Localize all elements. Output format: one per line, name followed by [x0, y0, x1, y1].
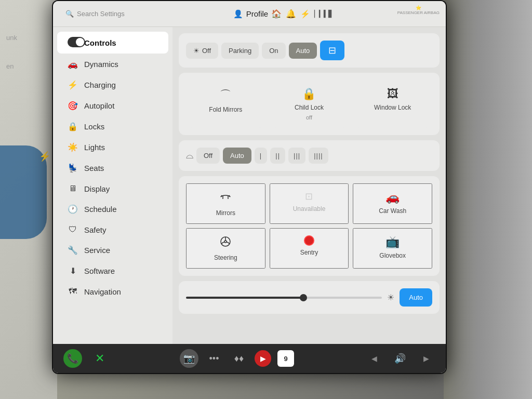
- headlights-off-button[interactable]: ☀ Off: [186, 43, 218, 59]
- glovebox-label: Glovebox: [379, 252, 406, 259]
- wipers-off-label: Off: [204, 152, 212, 159]
- window-lock-button[interactable]: 🖼 Window Lock: [353, 80, 432, 128]
- sidebar-item-safety[interactable]: 🛡 Safety: [57, 220, 168, 240]
- car-wash-button[interactable]: 🚗 Car Wash: [353, 183, 432, 224]
- mirrors-locks-grid: ⌒ Fold Mirrors 🔒 Child Lock off 🖼 Window…: [186, 80, 432, 128]
- child-lock-button[interactable]: 🔒 Child Lock off: [270, 80, 349, 128]
- brightness-row: ☀ Auto: [186, 288, 432, 307]
- headlights-on-button[interactable]: On: [262, 43, 285, 59]
- nav-right-icon[interactable]: ▶: [417, 349, 435, 368]
- profile-icon: 👤: [233, 9, 243, 19]
- signal-icon: ▏▎▍▋: [314, 10, 333, 18]
- child-lock-icon: 🔒: [302, 87, 316, 101]
- taskbar-left: 📞 ✕: [63, 349, 109, 368]
- headlights-auto-label: Auto: [296, 47, 310, 55]
- search-icon: 🔍: [65, 10, 74, 18]
- clock-icon: 🕐: [68, 204, 78, 214]
- media-icon[interactable]: ✕: [90, 349, 109, 368]
- glovebox-button[interactable]: 📺 Glovebox: [353, 228, 432, 269]
- steering-icon: 🎯: [68, 101, 78, 111]
- steering-action-icon: [219, 235, 232, 251]
- sidebar-seats-label: Seats: [84, 164, 104, 172]
- sidebar-item-display[interactable]: 🖥 Display: [57, 179, 168, 198]
- sidebar-item-seats[interactable]: 💺 Seats: [57, 158, 168, 178]
- nav-left-icon[interactable]: ◀: [365, 349, 383, 368]
- car-wash-label: Car Wash: [379, 207, 406, 215]
- wipers-speed3-button[interactable]: |||: [288, 148, 305, 164]
- headlights-on-label: On: [269, 47, 278, 55]
- main-content: Controls 🚗 Dynamics ⚡ Charging 🎯 Autopil…: [53, 27, 446, 344]
- fold-mirrors-button[interactable]: ⌒ Fold Mirrors: [186, 80, 265, 128]
- profile-button[interactable]: 👤 Profile: [233, 9, 269, 19]
- wipers-auto-button[interactable]: Auto: [223, 148, 251, 164]
- calendar-icon[interactable]: 9: [277, 350, 294, 367]
- camera-icon[interactable]: 📷: [180, 349, 198, 368]
- mirrors-action-button[interactable]: Mirrors: [186, 183, 265, 224]
- sidebar-item-dynamics[interactable]: 🚗 Dynamics: [57, 54, 168, 74]
- unavailable-button[interactable]: ⊡ Unavailable: [270, 183, 349, 224]
- download-icon: ⬇: [68, 266, 78, 276]
- wipers-card: ⌓ Off Auto | || |||: [179, 140, 440, 171]
- wipers-speed4-button[interactable]: ||||: [309, 148, 328, 164]
- sidebar-display-label: Display: [84, 184, 110, 193]
- brightness-card: ☀ Auto: [179, 281, 440, 314]
- brightness-auto-button[interactable]: Auto: [400, 288, 432, 307]
- actions-card: Mirrors ⊡ Unavailable 🚗 Car Wash: [179, 176, 440, 276]
- sidebar-locks-label: Locks: [84, 122, 104, 131]
- headlights-parking-button[interactable]: Parking: [221, 43, 259, 59]
- steering-action-button[interactable]: Steering: [186, 228, 265, 269]
- headlights-card: ☀ Off Parking On Auto ⊟: [179, 33, 440, 68]
- headlights-off-label: Off: [202, 47, 211, 55]
- home-icon: 🏠: [271, 9, 282, 19]
- top-bar-left: 🔍 Search Settings: [61, 8, 129, 20]
- sidebar-dynamics-label: Dynamics: [84, 60, 118, 69]
- brightness-auto-label: Auto: [409, 294, 423, 301]
- sidebar: Controls 🚗 Dynamics ⚡ Charging 🎯 Autopil…: [53, 27, 172, 344]
- wipers-speed2-button[interactable]: ||: [270, 148, 285, 164]
- window-lock-icon: 🖼: [387, 87, 398, 101]
- headlights-beam-button[interactable]: ⊟: [320, 41, 344, 60]
- sidebar-item-schedule[interactable]: 🕐 Schedule: [57, 199, 168, 219]
- sun-icon: ☀️: [68, 142, 78, 152]
- search-bar[interactable]: 🔍 Search Settings: [61, 8, 129, 20]
- airbag-icon: ⭐: [416, 5, 421, 10]
- sidebar-item-charging[interactable]: ⚡ Charging: [57, 75, 168, 95]
- sidebar-item-navigation[interactable]: 🗺 Navigation: [57, 282, 168, 301]
- taskbar: 📞 ✕ 📷 ••• ♦♦ ▶ 9 ◀ 🔊 ▶: [53, 344, 446, 373]
- sidebar-item-service[interactable]: 🔧 Service: [57, 240, 168, 260]
- bell-icon: 🔔: [286, 9, 296, 19]
- sidebar-item-autopilot[interactable]: 🎯 Autopilot: [57, 96, 168, 116]
- volume-icon[interactable]: 🔊: [391, 349, 409, 368]
- sidebar-lights-label: Lights: [84, 143, 105, 152]
- wipers-speed1-button[interactable]: |: [255, 148, 267, 164]
- fold-mirrors-icon: ⌒: [220, 87, 231, 103]
- sentry-button[interactable]: Sentry: [270, 228, 349, 269]
- sidebar-item-lights[interactable]: ☀️ Lights: [57, 137, 168, 157]
- phone-icon[interactable]: 📞: [63, 349, 82, 368]
- wipers-speed1-label: |: [260, 152, 262, 159]
- taskbar-right: ◀ 🔊 ▶: [365, 349, 435, 368]
- shield-icon: 🛡: [68, 225, 78, 234]
- record-icon[interactable]: ▶: [255, 350, 271, 367]
- wipers-speed2-label: ||: [275, 152, 280, 159]
- child-lock-label: Child Lock: [295, 104, 324, 111]
- sentry-icon: [304, 235, 314, 246]
- passenger-airbag-area: ⭐ PASSENGER AIRBAG: [397, 5, 440, 16]
- top-bar: 🔍 Search Settings 👤 Profile 🏠 🔔 ⚡ ▏▎▍▋: [53, 1, 446, 27]
- sidebar-item-locks[interactable]: 🔒 Locks: [57, 116, 168, 137]
- sidebar-software-label: Software: [84, 267, 115, 275]
- brightness-slider[interactable]: [186, 297, 382, 299]
- sidebar-item-controls[interactable]: Controls: [57, 32, 168, 54]
- airbag-label: PASSENGER AIRBAG: [397, 10, 440, 16]
- headlights-row: ☀ Off Parking On Auto ⊟: [186, 41, 344, 60]
- toggle-icon: [68, 37, 78, 48]
- tidal-icon[interactable]: ♦♦: [230, 349, 248, 368]
- wipers-speed4-label: ||||: [314, 152, 323, 159]
- car-icon: 🚗: [68, 59, 78, 69]
- sidebar-item-software[interactable]: ⬇ Software: [57, 261, 168, 281]
- more-icon[interactable]: •••: [205, 349, 223, 368]
- brightness-sun-icon: ☀: [387, 292, 394, 302]
- wipers-off-button[interactable]: Off: [196, 148, 220, 164]
- headlights-auto-button[interactable]: Auto: [289, 43, 317, 59]
- mirrors-action-label: Mirrors: [216, 209, 235, 217]
